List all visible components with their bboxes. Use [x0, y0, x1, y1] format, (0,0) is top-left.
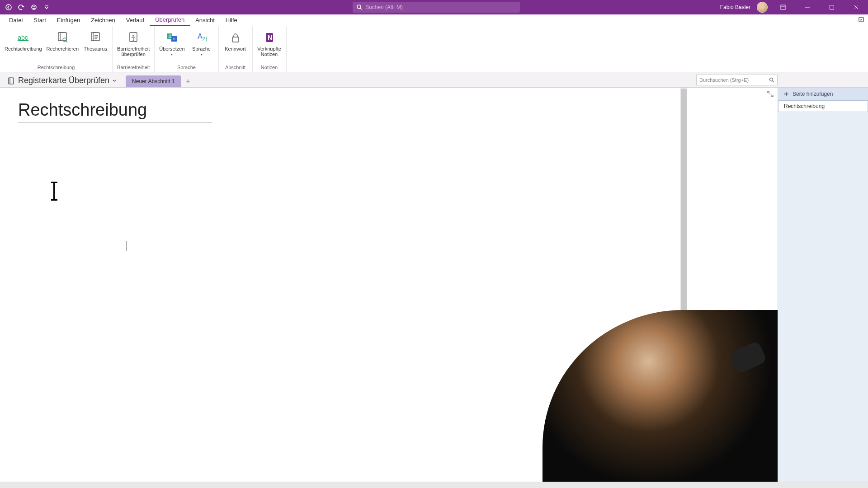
a11y-icon — [127, 29, 140, 46]
text-cursor-icon — [53, 183, 55, 200]
add-page-label: Seite hinzufügen — [793, 91, 833, 97]
translate-icon: 文A — [165, 29, 179, 46]
minimize-button[interactable] — [798, 0, 816, 14]
ribbon-group-label: Notizen — [255, 64, 283, 72]
ribbon-group-label: Abschnitt — [222, 64, 250, 72]
svg-rect-24 — [9, 78, 14, 84]
ribbon-a11y-button[interactable]: Barrierefreiheit überprüfen — [115, 28, 151, 64]
notebook-icon — [7, 77, 15, 85]
notebook-dropdown[interactable]: Registerkarte Überprüfen — [4, 74, 120, 87]
page-item-label: Rechtschreibung — [784, 103, 825, 109]
search-input[interactable] — [365, 4, 516, 10]
chevron-down-icon: ▾ — [201, 52, 203, 56]
ribbon-button-label: Barrierefreiheit überprüfen — [117, 46, 150, 57]
page-list-item[interactable]: Rechtschreibung — [778, 100, 868, 112]
page-search-box[interactable]: Durchsuchen (Strg+E) — [696, 75, 778, 85]
quick-access-toolbar — [0, 2, 52, 12]
notebook-name: Registerkarte Überprüfen — [18, 76, 109, 85]
title-bar: Rechtschreibung - OneNote Fabio Basler — [0, 0, 868, 14]
menu-tab-verlauf[interactable]: Verlauf — [121, 14, 150, 26]
ribbon-research-button[interactable]: Recherchieren — [45, 28, 81, 64]
search-icon — [769, 77, 774, 83]
research-icon — [56, 29, 69, 46]
close-button[interactable] — [847, 0, 865, 14]
back-button[interactable] — [4, 2, 14, 12]
ribbon-button-label: Thesaurus — [84, 46, 107, 52]
svg-rect-12 — [93, 33, 99, 41]
svg-point-25 — [770, 78, 773, 81]
ribbon-translate-button[interactable]: 文AÜbersetzen▾ — [157, 28, 186, 64]
menu-tab-start[interactable]: Start — [28, 14, 51, 26]
ribbon-button-label: Kennwort — [225, 46, 245, 52]
touch-mode-button[interactable] — [29, 2, 39, 12]
menu-tab-einfügen[interactable]: Einfügen — [52, 14, 85, 26]
ribbon-button-label: Sprache — [192, 46, 211, 52]
caret-icon — [127, 241, 127, 251]
undo-button[interactable] — [16, 2, 26, 12]
ribbon-group-label: Sprache — [157, 64, 215, 72]
svg-text:文: 文 — [168, 34, 172, 38]
menu-tab-überprüfen[interactable]: Überprüfen — [150, 14, 190, 26]
ribbon-group-label: Barrierefreiheit — [115, 64, 151, 72]
svg-rect-5 — [781, 5, 785, 9]
ribbon-button-label: Verknüpfte Notizen — [257, 46, 281, 57]
work-area: Rechtschreibung Seite hinzufügen Rechtsc… — [0, 88, 868, 482]
page-list-pane: Seite hinzufügen Rechtschreibung — [778, 88, 868, 482]
svg-rect-9 — [60, 33, 66, 41]
linked-icon: N — [263, 29, 276, 46]
user-name[interactable]: Fabio Basler — [720, 4, 750, 10]
fullpage-toggle-button[interactable] — [767, 90, 774, 98]
page-title[interactable]: Rechtschreibung — [18, 100, 212, 123]
menu-tab-ansicht[interactable]: Ansicht — [190, 14, 220, 26]
language-icon: A가 — [195, 29, 208, 46]
notebook-nav: Registerkarte Überprüfen Neuer Abschnitt… — [0, 72, 868, 88]
menu-bar: DateiStartEinfügenZeichnenVerlaufÜberprü… — [0, 14, 868, 26]
svg-point-14 — [132, 35, 134, 37]
ribbon-group-notizen: NVerknüpfte NotizenNotizen — [253, 26, 287, 72]
menu-tab-datei[interactable]: Datei — [4, 14, 28, 26]
svg-point-3 — [35, 7, 35, 7]
menu-tab-zeichnen[interactable]: Zeichnen — [85, 14, 120, 26]
menu-tab-hilfe[interactable]: Hilfe — [220, 14, 243, 26]
section-tab-active[interactable]: Neuer Abschnitt 1 — [126, 75, 181, 87]
ribbon-group-abschnitt: KennwortAbschnitt — [219, 26, 253, 72]
add-section-button[interactable]: + — [182, 75, 194, 87]
svg-point-4 — [357, 5, 361, 9]
ribbon-group-barrierefreiheit: Barrierefreiheit überprüfenBarrierefreih… — [113, 26, 155, 72]
ribbon-linked-button[interactable]: NVerknüpfte Notizen — [255, 28, 283, 64]
section-tab-label: Neuer Abschnitt 1 — [132, 78, 175, 84]
note-canvas[interactable]: Rechtschreibung — [0, 88, 778, 482]
ribbon-password-button[interactable]: Kennwort — [222, 28, 250, 64]
svg-point-2 — [33, 7, 33, 7]
title-right: Fabio Basler — [720, 0, 868, 14]
page-search-placeholder: Durchsuchen (Strg+E) — [699, 77, 749, 83]
svg-rect-6 — [830, 5, 834, 9]
ribbon-button-label: Übersetzen — [159, 46, 184, 52]
svg-text:N: N — [268, 34, 272, 41]
chevron-down-icon: ▾ — [171, 52, 173, 56]
ribbon-group-label: Rechtschreibung — [3, 64, 109, 72]
add-page-button[interactable]: Seite hinzufügen — [778, 88, 868, 100]
search-box[interactable] — [353, 2, 520, 13]
ribbon-spell-button[interactable]: abcRechtschreibung — [3, 28, 44, 64]
maximize-button[interactable] — [823, 0, 841, 14]
thesaurus-icon — [89, 29, 102, 46]
ribbon-thesaurus-button[interactable]: Thesaurus — [81, 28, 109, 64]
ribbon-group-rechtschreibung: abcRechtschreibungRecherchierenThesaurus… — [0, 26, 113, 72]
ribbon-group-sprache: 文AÜbersetzen▾A가Sprache▾Sprache — [155, 26, 218, 72]
ribbon-display-button[interactable] — [774, 0, 792, 14]
ribbon: abcRechtschreibungRecherchierenThesaurus… — [0, 26, 868, 72]
svg-rect-21 — [232, 37, 239, 42]
status-bar — [0, 482, 868, 488]
chevron-down-icon — [112, 79, 117, 83]
search-icon — [356, 4, 363, 10]
qat-customize-button[interactable] — [42, 2, 52, 12]
password-icon — [229, 29, 242, 46]
avatar[interactable] — [757, 2, 768, 13]
ribbon-language-button[interactable]: A가Sprache▾ — [188, 28, 216, 64]
webcam-overlay — [542, 310, 778, 482]
collapse-ribbon-button[interactable] — [858, 16, 864, 23]
svg-text:가: 가 — [202, 36, 208, 42]
scrollbar-thumb[interactable] — [681, 89, 687, 325]
svg-text:A: A — [173, 37, 175, 41]
